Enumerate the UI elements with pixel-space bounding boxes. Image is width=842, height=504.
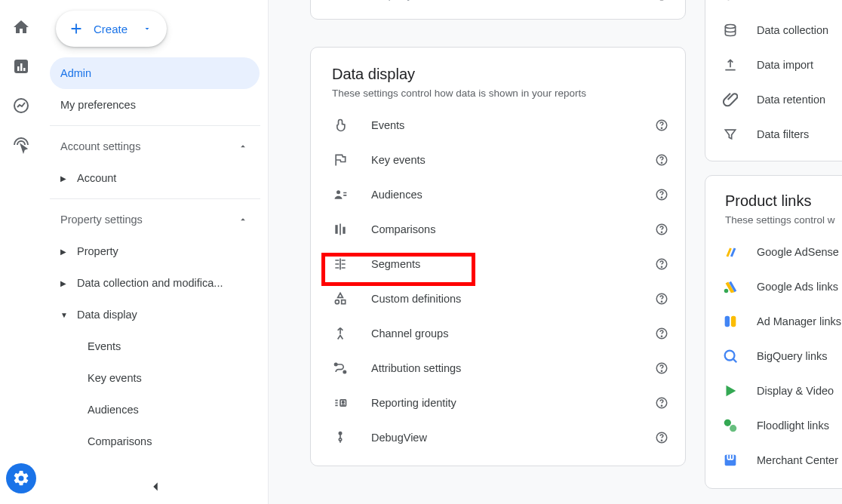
target-cursor-icon[interactable] — [12, 136, 30, 154]
svg-rect-17 — [340, 224, 341, 235]
row-property-details[interactable]: Property details — [311, 0, 685, 11]
segments-icon — [332, 256, 349, 272]
data-display-card: Data display These settings control how … — [310, 47, 686, 466]
row-segments[interactable]: Segments — [311, 247, 685, 281]
row-adsense[interactable]: Google AdSense — [705, 235, 842, 269]
svg-rect-16 — [335, 225, 337, 234]
svg-point-22 — [661, 266, 662, 267]
row-channel-groups[interactable]: Channel groups — [311, 316, 685, 351]
settings-fab[interactable] — [6, 463, 36, 493]
card-title: Product links — [705, 176, 842, 214]
merchant-icon — [722, 452, 739, 469]
clip-icon — [722, 91, 739, 108]
sidebar-item-property[interactable]: ▶ Property — [50, 235, 260, 267]
row-data-collection[interactable]: Data collection — [705, 13, 842, 48]
row-label: Data import — [757, 59, 834, 71]
row-label: Custom definitions — [371, 293, 632, 305]
row-attribution[interactable]: Attribution settings — [311, 351, 685, 386]
row-google-ads[interactable]: Google Ads links — [705, 269, 842, 304]
sidebar-item-events[interactable]: Events — [50, 330, 260, 362]
row-label: Floodlight links — [757, 419, 834, 432]
play-icon — [722, 383, 739, 399]
row-label: Display & Video — [757, 385, 834, 397]
nav-admin-label: Admin — [60, 67, 91, 79]
row-audiences[interactable]: Audiences — [311, 177, 685, 212]
data-card-right: Data streams Data collection Data import… — [705, 0, 842, 161]
row-data-filters[interactable]: Data filters — [705, 117, 842, 152]
help-icon[interactable] — [655, 223, 668, 236]
divider — [50, 198, 260, 199]
row-merchant-center[interactable]: Merchant Center — [705, 443, 842, 478]
row-label: Data streams — [757, 0, 834, 2]
shapes-icon — [332, 290, 349, 307]
flag-icon — [332, 152, 349, 168]
svg-point-36 — [661, 405, 662, 406]
sidebar-item-audiences[interactable]: Audiences — [50, 394, 260, 426]
svg-point-49 — [724, 419, 731, 426]
bar-chart-icon[interactable] — [12, 57, 30, 75]
row-label: Google AdSense — [757, 246, 839, 258]
section-account-title: Account settings — [60, 140, 140, 152]
row-events[interactable]: Events — [311, 108, 685, 143]
row-label: Google Ads links — [757, 281, 838, 293]
trend-circle-icon[interactable] — [12, 97, 30, 115]
home-icon[interactable] — [12, 18, 30, 36]
row-label: DebugView — [371, 432, 632, 444]
sidebar-item-account[interactable]: ▶ Account — [50, 162, 260, 194]
sidebar-item-data-collection[interactable]: ▶ Data collection and modifica... — [50, 267, 260, 299]
row-custom-definitions[interactable]: Custom definitions — [311, 281, 685, 316]
row-debugview[interactable]: DebugView — [311, 420, 685, 455]
nav-admin[interactable]: Admin — [50, 57, 260, 89]
section-property-settings[interactable]: Property settings — [50, 204, 260, 235]
svg-point-23 — [335, 300, 339, 304]
sidebar-item-comparisons[interactable]: Comparisons — [50, 426, 260, 457]
row-key-events[interactable]: Key events — [311, 143, 685, 177]
row-ad-manager[interactable]: Ad Manager links — [705, 304, 842, 339]
help-icon[interactable] — [655, 188, 668, 201]
admin-sidebar: Create Admin My preferences Account sett… — [42, 0, 269, 504]
chevron-up-icon — [238, 141, 248, 152]
svg-rect-3 — [23, 68, 26, 71]
nav-preferences[interactable]: My preferences — [50, 89, 260, 121]
people-icon — [332, 186, 349, 203]
row-bigquery[interactable]: BigQuery links — [705, 339, 842, 373]
help-icon[interactable] — [655, 396, 668, 410]
help-icon[interactable] — [655, 118, 668, 132]
svg-point-12 — [661, 162, 662, 163]
svg-point-34 — [343, 401, 345, 404]
help-icon[interactable] — [655, 153, 668, 167]
sidebar-item-label: Property — [77, 245, 118, 257]
create-button[interactable]: Create — [56, 11, 167, 47]
sidebar-item-data-display[interactable]: ▼ Data display — [50, 299, 260, 330]
help-icon[interactable] — [655, 361, 668, 375]
chevron-right-icon: ▶ — [60, 247, 68, 256]
chevron-down-icon — [143, 24, 152, 33]
sidebar-item-key-events[interactable]: Key events — [50, 362, 260, 394]
help-icon[interactable] — [655, 0, 668, 2]
help-icon[interactable] — [655, 257, 668, 271]
svg-point-26 — [661, 301, 662, 302]
sidebar-item-label: Comparisons — [88, 435, 152, 447]
svg-point-50 — [730, 425, 736, 432]
section-account-settings[interactable]: Account settings — [50, 131, 260, 162]
row-data-retention[interactable]: Data retention — [705, 82, 842, 117]
divider — [50, 125, 260, 126]
route-icon — [332, 360, 349, 376]
collapse-sidebar-button[interactable] — [147, 478, 164, 495]
svg-rect-18 — [343, 227, 345, 234]
row-display-video[interactable]: Display & Video — [705, 373, 842, 408]
row-comparisons[interactable]: Comparisons — [311, 212, 685, 247]
help-icon[interactable] — [655, 431, 668, 444]
sidebar-item-label: Key events — [88, 372, 142, 384]
help-icon[interactable] — [655, 327, 668, 340]
row-data-import[interactable]: Data import — [705, 48, 842, 82]
svg-point-45 — [724, 289, 729, 293]
help-icon[interactable] — [655, 292, 668, 306]
sidebar-item-label: Data collection and modifica... — [77, 277, 223, 289]
floodlight-icon — [722, 417, 739, 434]
nav-prefs-label: My preferences — [60, 99, 136, 111]
row-floodlight[interactable]: Floodlight links — [705, 408, 842, 443]
sidebar-item-label: Account — [77, 172, 116, 184]
row-data-streams[interactable]: Data streams — [705, 0, 842, 13]
row-reporting-identity[interactable]: Reporting identity — [311, 386, 685, 420]
